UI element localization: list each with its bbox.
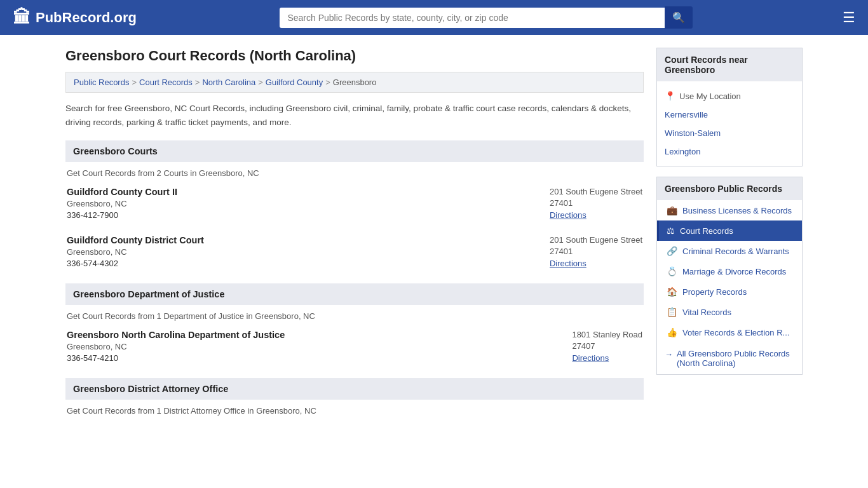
court-phone-3: 336-547-4210: [67, 353, 572, 363]
nearby-city-winston-salem[interactable]: Winston-Salem: [657, 124, 802, 142]
court-address-3: 1801 Stanley Road 27407 Directions: [572, 330, 642, 363]
page-description: Search for free Greensboro, NC Court Rec…: [65, 102, 644, 129]
court-directions-3[interactable]: Directions: [572, 353, 642, 363]
site-header: 🏛 PubRecord.org 🔍 ☰: [0, 0, 868, 35]
court-phone-1: 336-412-7900: [67, 210, 550, 220]
all-records-label: All Greensboro Public Records (North Car…: [677, 349, 794, 368]
court-street-2: 201 South Eugene Street: [550, 235, 642, 245]
site-logo[interactable]: 🏛 PubRecord.org: [13, 7, 137, 28]
page-container: Greensboro Court Records (North Carolina…: [53, 35, 815, 437]
breadcrumb-current: Greensboro: [333, 78, 377, 87]
court-zip-2: 27401: [550, 247, 642, 256]
court-street-1: 201 South Eugene Street: [550, 187, 642, 196]
section-header-courts: Greensboro Courts: [65, 140, 644, 162]
breadcrumb-public-records[interactable]: Public Records: [74, 78, 129, 87]
logo-text: PubRecord.org: [36, 10, 137, 26]
breadcrumb-guilford-county[interactable]: Guilford County: [266, 78, 323, 87]
main-content: Greensboro Court Records (North Carolina…: [65, 48, 644, 424]
criminal-icon: 🔗: [667, 246, 677, 256]
sidebar-record-court[interactable]: ⚖ Court Records: [657, 220, 802, 241]
business-icon: 💼: [667, 205, 677, 215]
criminal-label: Criminal Records & Warrants: [682, 247, 789, 256]
public-records-header: Greensboro Public Records: [657, 177, 802, 200]
court-address-1: 201 South Eugene Street 27401 Directions: [550, 187, 642, 220]
vital-label: Vital Records: [682, 308, 731, 317]
court-label: Court Records: [680, 226, 733, 236]
breadcrumb-sep-4: >: [325, 78, 330, 87]
court-info-3: Greensboro North Carolina Department of …: [67, 330, 572, 363]
court-name-2: Guildford County District Court: [67, 235, 550, 245]
court-zip-1: 27401: [550, 198, 642, 208]
court-entry-1: Guildford County Court II Greensboro, NC…: [65, 187, 644, 220]
court-city-1: Greensboro, NC: [67, 199, 550, 208]
search-input[interactable]: [280, 8, 665, 28]
court-city-3: Greensboro, NC: [67, 342, 572, 351]
court-address-2: 201 South Eugene Street 27401 Directions: [550, 235, 642, 268]
vital-icon: 📋: [667, 307, 677, 317]
sidebar-record-business[interactable]: 💼 Business Licenses & Records: [657, 200, 802, 220]
search-icon: 🔍: [672, 12, 685, 23]
breadcrumb: Public Records > Court Records > North C…: [65, 72, 644, 93]
court-info-1: Guildford County Court II Greensboro, NC…: [67, 187, 550, 220]
nearby-header: Court Records near Greensboro: [657, 48, 802, 81]
sidebar-record-criminal[interactable]: 🔗 Criminal Records & Warrants: [657, 241, 802, 261]
court-directions-2[interactable]: Directions: [550, 258, 642, 268]
marriage-label: Marriage & Divorce Records: [682, 267, 786, 276]
court-info-2: Guildford County District Court Greensbo…: [67, 235, 550, 268]
voter-icon: 👍: [667, 327, 677, 337]
property-icon: 🏠: [667, 287, 677, 297]
menu-icon[interactable]: ☰: [843, 10, 855, 26]
court-entry-3: Greensboro North Carolina Department of …: [65, 330, 644, 363]
section-desc-doj: Get Court Records from 1 Department of J…: [65, 311, 644, 321]
nearby-content: 📍 Use My Location Kernersville Winston-S…: [657, 81, 802, 166]
public-records-box: Greensboro Public Records 💼 Business Lic…: [656, 177, 803, 375]
court-city-2: Greensboro, NC: [67, 247, 550, 257]
court-zip-3: 27407: [572, 341, 642, 351]
search-bar: 🔍: [280, 6, 693, 29]
court-icon: ⚖: [667, 226, 675, 236]
court-name-3: Greensboro North Carolina Department of …: [67, 330, 572, 340]
voter-label: Voter Records & Election R...: [682, 328, 789, 337]
public-records-list: 💼 Business Licenses & Records ⚖ Court Re…: [657, 200, 802, 374]
directions-link-2[interactable]: Directions: [550, 259, 587, 268]
business-label: Business Licenses & Records: [682, 206, 792, 215]
marriage-icon: 💍: [667, 266, 677, 276]
breadcrumb-sep-2: >: [195, 78, 200, 87]
breadcrumb-sep-1: >: [132, 78, 137, 87]
court-street-3: 1801 Stanley Road: [572, 330, 642, 339]
section-desc-courts: Get Court Records from 2 Courts in Green…: [65, 168, 644, 178]
sidebar: Court Records near Greensboro 📍 Use My L…: [656, 48, 803, 424]
section-desc-da: Get Court Records from 1 District Attorn…: [65, 406, 644, 416]
pin-icon: 📍: [665, 91, 675, 101]
directions-link-1[interactable]: Directions: [550, 210, 587, 220]
breadcrumb-sep-3: >: [258, 78, 263, 87]
sidebar-record-marriage[interactable]: 💍 Marriage & Divorce Records: [657, 261, 802, 281]
sidebar-record-property[interactable]: 🏠 Property Records: [657, 281, 802, 302]
section-header-da: Greensboro District Attorney Office: [65, 378, 644, 400]
arrow-icon: →: [665, 349, 673, 359]
nearby-city-kernersville[interactable]: Kernersville: [657, 105, 802, 124]
use-location-item[interactable]: 📍 Use My Location: [657, 86, 802, 105]
breadcrumb-north-carolina[interactable]: North Carolina: [202, 78, 255, 87]
court-directions-1[interactable]: Directions: [550, 210, 642, 220]
directions-link-3[interactable]: Directions: [572, 353, 609, 363]
all-records-link[interactable]: → All Greensboro Public Records (North C…: [657, 342, 802, 374]
court-entry-2: Guildford County District Court Greensbo…: [65, 235, 644, 268]
property-label: Property Records: [682, 287, 747, 297]
court-name-1: Guildford County Court II: [67, 187, 550, 197]
nearby-city-lexington[interactable]: Lexington: [657, 142, 802, 161]
page-title: Greensboro Court Records (North Carolina…: [65, 48, 644, 64]
nearby-box: Court Records near Greensboro 📍 Use My L…: [656, 48, 803, 166]
search-button[interactable]: 🔍: [665, 6, 693, 29]
breadcrumb-court-records[interactable]: Court Records: [139, 78, 193, 87]
use-location-label: Use My Location: [679, 92, 741, 101]
section-header-doj: Greensboro Department of Justice: [65, 283, 644, 305]
court-phone-2: 336-574-4302: [67, 259, 550, 268]
sidebar-record-vital[interactable]: 📋 Vital Records: [657, 302, 802, 322]
logo-building-icon: 🏛: [13, 7, 31, 28]
sidebar-record-voter[interactable]: 👍 Voter Records & Election R...: [657, 322, 802, 342]
